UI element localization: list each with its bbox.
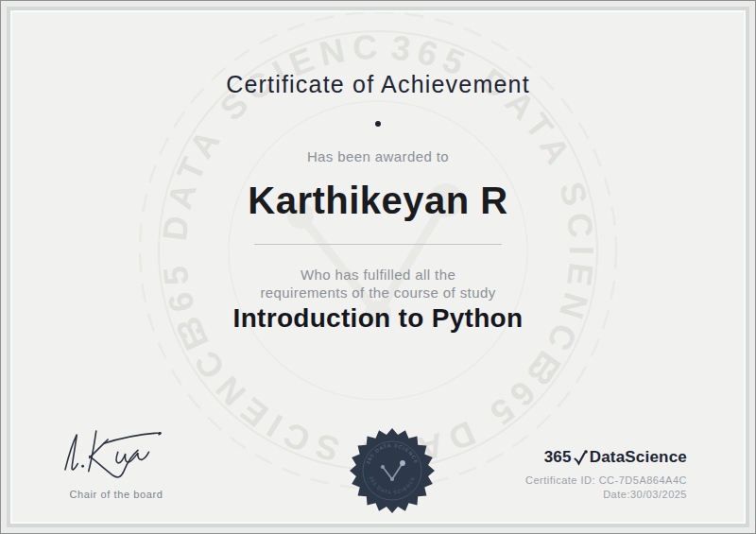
checkmark-icon xyxy=(574,450,588,466)
certificate-body: 365 DATA SCIENCE 365 DATA SCIENCE 365 DA… xyxy=(12,12,744,522)
certificate-page: 365 DATA SCIENCE 365 DATA SCIENCE 365 DA… xyxy=(0,0,756,534)
signature-role: Chair of the board xyxy=(39,489,194,500)
fulfillment-line-1: Who has fulfilled all the xyxy=(12,267,744,283)
award-intro: Has been awarded to xyxy=(12,148,744,164)
certificate-content: Certificate of Achievement Has been awar… xyxy=(12,12,744,522)
recipient-name: Karthikeyan R xyxy=(12,180,744,222)
certificate-id-line: Certificate ID: CC-7D5A864A4C xyxy=(525,474,687,488)
footer-block: 365 DataScience Certificate ID: CC-7D5A8… xyxy=(525,448,687,502)
separator-dot xyxy=(375,121,381,127)
certificate-id-value: CC-7D5A864A4C xyxy=(599,474,687,486)
course-title: Introduction to Python xyxy=(12,303,744,334)
certificate-id-label: Certificate ID: xyxy=(525,474,595,486)
name-divider xyxy=(254,244,502,245)
certificate-title: Certificate of Achievement xyxy=(12,71,744,98)
fulfillment-line-2: requirements of the course of study xyxy=(12,284,744,301)
seal-starburst xyxy=(350,428,435,513)
brand-suffix: DataScience xyxy=(590,448,687,467)
signature-autograph xyxy=(54,424,179,483)
brand-logo: 365 DataScience xyxy=(525,448,687,467)
certificate-frame: 365 DATA SCIENCE 365 DATA SCIENCE 365 DA… xyxy=(7,7,749,527)
signature-block: Chair of the board xyxy=(39,424,194,500)
date-label: Date: xyxy=(603,489,630,500)
award-seal: 365 DATA SCIENCE 365 DATA SCIENCE xyxy=(345,423,439,518)
certificate-meta: Certificate ID: CC-7D5A864A4C Date:30/03… xyxy=(525,474,687,502)
date-line: Date:30/03/2025 xyxy=(525,488,687,502)
date-value: 30/03/2025 xyxy=(630,489,687,500)
brand-prefix: 365 xyxy=(544,448,572,467)
